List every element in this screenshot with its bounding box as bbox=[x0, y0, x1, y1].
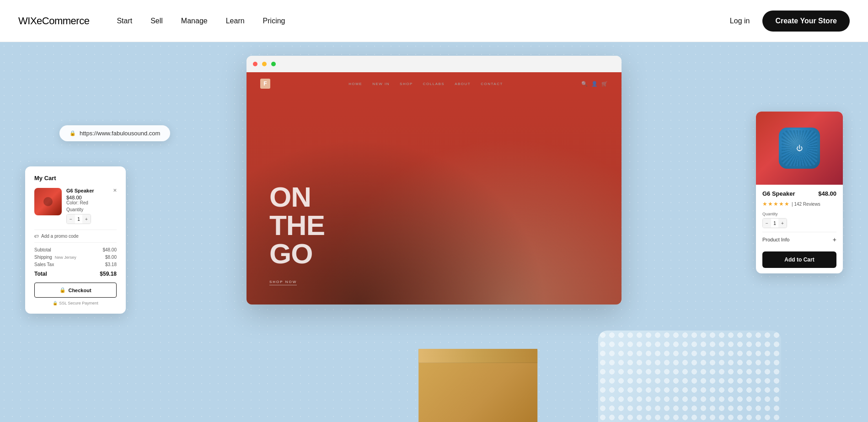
cart-item-price: $48.00 bbox=[66, 195, 117, 200]
cart-item-color: Color: Red bbox=[66, 200, 117, 205]
store-nav-home: HOME bbox=[348, 82, 362, 86]
cart-item-qty-label: Quantity bbox=[66, 207, 117, 212]
cart-subtotal-row: Subtotal $48.00 bbox=[34, 247, 117, 252]
cart-total-row: Total $59.18 bbox=[34, 271, 117, 277]
product-qty-label: Quantity bbox=[762, 212, 836, 216]
cart-item-remove[interactable]: ✕ bbox=[113, 188, 117, 193]
nav-learn[interactable]: Learn bbox=[226, 17, 245, 25]
product-qty-decrease[interactable]: − bbox=[763, 218, 771, 228]
store-nav-shop: SHOP bbox=[400, 82, 413, 86]
store-nav-icons: 🔍 👤 🛒 bbox=[581, 81, 608, 87]
store-nav-contact: CONTACT bbox=[481, 82, 503, 86]
store-nav-collabs: COLLABS bbox=[423, 82, 445, 86]
subtotal-label: Subtotal bbox=[34, 247, 51, 252]
store-logo: F bbox=[260, 79, 270, 89]
cart-item-image bbox=[34, 188, 62, 215]
reviews-count: | 142 Reviews bbox=[792, 202, 820, 207]
create-store-button[interactable]: Create Your Store bbox=[762, 11, 850, 32]
shipping-label: Shipping New Jersey bbox=[34, 255, 76, 260]
cart-shipping-row: Shipping New Jersey $8.00 bbox=[34, 255, 117, 260]
url-bar: 🔒 https://www.fabulousound.com bbox=[59, 125, 170, 141]
nav-sell[interactable]: Sell bbox=[150, 17, 163, 25]
cart-item-name-text: G6 Speaker bbox=[66, 188, 94, 193]
nav-right: Log in Create Your Store bbox=[730, 11, 850, 32]
lock-icon: 🔒 bbox=[59, 287, 66, 293]
monitor-wrap: F HOME NEW IN SHOP COLLABS ABOUT CONTACT… bbox=[246, 56, 622, 304]
product-qty-section: Quantity − 1 + bbox=[762, 212, 836, 228]
qty-decrease[interactable]: − bbox=[67, 214, 75, 224]
site-logo[interactable]: WIXeCommerce bbox=[18, 15, 89, 27]
stars-row: ★★★★★ | 142 Reviews bbox=[762, 201, 836, 207]
product-qty-control: − 1 + bbox=[762, 218, 787, 228]
url-text: https://www.fabulousound.com bbox=[80, 130, 160, 137]
ssl-text: SSL Secure Payment bbox=[59, 301, 98, 305]
checkout-button[interactable]: 🔒 Checkout bbox=[34, 283, 117, 298]
tax-label: Sales Tax bbox=[34, 262, 54, 267]
browser-window: F HOME NEW IN SHOP COLLABS ABOUT CONTACT… bbox=[246, 56, 622, 304]
total-label: Total bbox=[34, 271, 47, 277]
navbar: WIXeCommerce Start Sell Manage Learn Pri… bbox=[0, 0, 868, 42]
product-card-body: G6 Speaker $48.00 ★★★★★ | 142 Reviews Qu… bbox=[756, 185, 843, 273]
browser-bar bbox=[246, 56, 622, 72]
add-to-cart-button[interactable]: Add to Cart bbox=[762, 251, 836, 268]
cart-title: My Cart bbox=[34, 175, 117, 182]
store-nav: F HOME NEW IN SHOP COLLABS ABOUT CONTACT… bbox=[246, 72, 622, 95]
lock-icon: 🔒 bbox=[70, 130, 76, 136]
product-info-row: Product Info + bbox=[762, 232, 836, 247]
browser-dot-maximize bbox=[271, 62, 276, 66]
tag-icon: 🏷 bbox=[34, 234, 39, 239]
hero-line2: THE bbox=[269, 211, 325, 240]
total-value: $59.18 bbox=[100, 271, 117, 277]
nav-manage[interactable]: Manage bbox=[181, 17, 208, 25]
subtotal-value: $48.00 bbox=[102, 247, 117, 252]
product-info-label: Product Info bbox=[762, 237, 789, 242]
shipping-value: $8.00 bbox=[105, 255, 117, 260]
bubble-wrap bbox=[598, 331, 781, 422]
speaker-image bbox=[779, 128, 820, 169]
shop-now-button[interactable]: SHOP NOW bbox=[269, 280, 297, 285]
promo-row[interactable]: 🏷 Add a promo code bbox=[34, 230, 117, 243]
product-name-price-row: G6 Speaker $48.00 bbox=[762, 190, 836, 197]
product-qty-value: 1 bbox=[771, 221, 778, 226]
promo-label: Add a promo code bbox=[41, 234, 79, 239]
store-nav-newin: NEW IN bbox=[372, 82, 390, 86]
ssl-lock-icon: 🔒 bbox=[53, 301, 58, 305]
nav-links: Start Sell Manage Learn Pricing bbox=[117, 17, 729, 25]
user-icon: 👤 bbox=[591, 81, 598, 87]
stars: ★★★★★ bbox=[762, 201, 790, 207]
product-card: G6 Speaker $48.00 ★★★★★ | 142 Reviews Qu… bbox=[756, 112, 843, 273]
store-nav-links: HOME NEW IN SHOP COLLABS ABOUT CONTACT bbox=[348, 82, 503, 86]
cart-item: G6 Speaker ✕ $48.00 Color: Red Quantity … bbox=[34, 188, 117, 224]
ssl-note: 🔒 SSL Secure Payment bbox=[34, 301, 117, 305]
product-info-expand-icon[interactable]: + bbox=[833, 236, 836, 243]
cart-tax-row: Sales Tax $3.18 bbox=[34, 262, 117, 267]
browser-dot-close bbox=[253, 62, 257, 66]
hero-line3: GO bbox=[269, 240, 325, 268]
nav-start[interactable]: Start bbox=[117, 17, 132, 25]
cart-icon: 🛒 bbox=[601, 81, 608, 87]
qty-value: 1 bbox=[75, 217, 82, 222]
product-qty-increase[interactable]: + bbox=[778, 218, 787, 228]
store-hero-content: F HOME NEW IN SHOP COLLABS ABOUT CONTACT… bbox=[246, 72, 622, 304]
shipping-note: New Jersey bbox=[55, 255, 76, 260]
qty-increase[interactable]: + bbox=[82, 214, 91, 224]
browser-dot-minimize bbox=[262, 62, 267, 66]
nav-pricing[interactable]: Pricing bbox=[263, 17, 285, 25]
cardboard-box bbox=[418, 349, 537, 422]
hero-section: 🔒 https://www.fabulousound.com F HOME NE… bbox=[0, 42, 868, 422]
product-name: G6 Speaker bbox=[762, 190, 795, 197]
store-nav-about: ABOUT bbox=[455, 82, 471, 86]
cart-item-details: G6 Speaker ✕ $48.00 Color: Red Quantity … bbox=[66, 188, 117, 224]
checkout-label: Checkout bbox=[68, 288, 91, 293]
product-card-image bbox=[756, 112, 843, 185]
tax-value: $3.18 bbox=[105, 262, 117, 267]
hero-headline: ON THE GO bbox=[269, 183, 325, 268]
login-link[interactable]: Log in bbox=[730, 17, 750, 25]
product-price: $48.00 bbox=[818, 190, 836, 197]
hero-line1: ON bbox=[269, 183, 325, 211]
cart-qty-control: − 1 + bbox=[66, 214, 91, 224]
search-icon: 🔍 bbox=[581, 81, 588, 87]
cart-widget: My Cart G6 Speaker ✕ $48.00 Color: Red Q… bbox=[25, 166, 126, 314]
cart-item-name-row: G6 Speaker ✕ bbox=[66, 188, 117, 193]
